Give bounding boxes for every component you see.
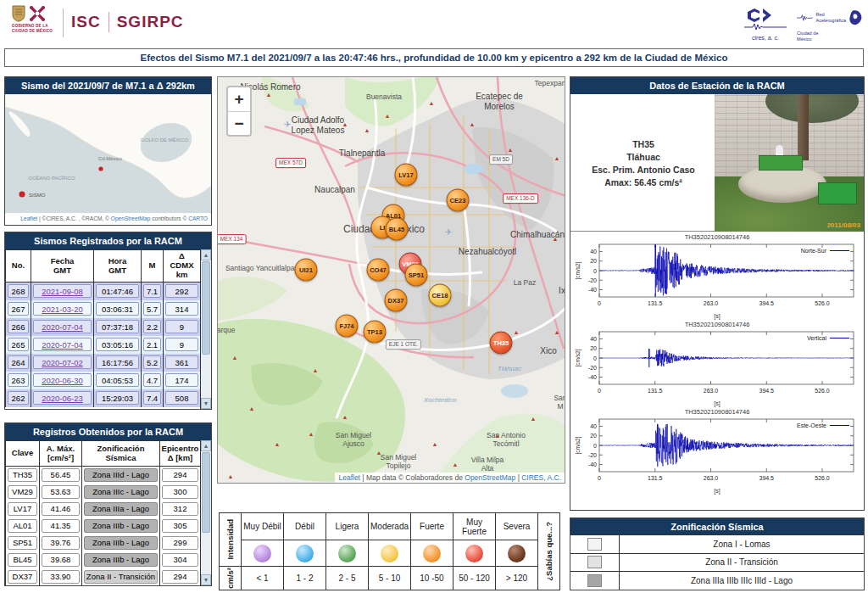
quake-date-link[interactable]: 2020-06-30 — [42, 376, 83, 385]
zoom-in-button[interactable]: + — [228, 87, 250, 111]
photo-timestamp: 2011/08/03 — [826, 221, 860, 229]
attribution-link[interactable]: OpenStreetMap — [465, 473, 515, 482]
attribution-link[interactable]: CIRES, A.C. — [521, 473, 561, 482]
attribution-link[interactable]: OpenStreetMap — [111, 215, 151, 221]
x-axis-label: [s] — [574, 400, 860, 408]
quake-cell: 5.7 — [143, 302, 161, 316]
record-zone-cell: Zona IIIb - Lago — [84, 519, 158, 533]
photo-equipment-box — [818, 182, 857, 204]
record-cell: 56.45 — [42, 468, 80, 482]
station-amax: Amax: 56.45 cm/s² — [604, 177, 682, 187]
record-cell: DX37 — [8, 570, 37, 584]
station-panel-title: Datos de Estación de la RACM — [570, 77, 864, 94]
quake-date-link[interactable]: 2020-07-02 — [42, 358, 83, 367]
quake-cell: 2020-06-30 — [33, 373, 92, 387]
quake-row: 2632020-06-3004:05:534.7174 — [6, 372, 201, 389]
epicenter-dot — [98, 166, 103, 171]
attribution-link[interactable]: Leaflet — [20, 215, 37, 221]
quake-cell: 4.7 — [143, 373, 161, 387]
svg-text:526.0: 526.0 — [815, 300, 830, 306]
sismo-legend-label: SISMO — [29, 193, 46, 198]
quake-row: 2662020-07-0407:37:182.29 — [6, 318, 201, 336]
quakes-table-title: Sismos Registrados por la RACM — [5, 232, 211, 249]
record-cell: 294 — [162, 570, 198, 584]
seismograms: TH35202109080147460131.5263.0394.5526.0-… — [570, 232, 864, 497]
col-delta: Δ CDMX km — [164, 250, 201, 283]
sabias-que-link[interactable]: ¿Sabías que...? — [544, 522, 554, 581]
record-row: BL4539.68Zona IIIb - Lago304 — [6, 551, 201, 568]
station-marker-UI21[interactable]: UI21 — [295, 259, 318, 282]
scroll-up-icon[interactable]: ▲ — [201, 249, 211, 260]
station-marker-LV17[interactable]: LV17 — [395, 164, 418, 187]
zoning-row: Zona II - Transición — [570, 553, 864, 572]
svg-text:0: 0 — [593, 268, 597, 274]
seismogram-chart-Norte-Sur: 0131.5263.0394.5526.0-40-2002040[cm/s2]N… — [574, 242, 860, 310]
cdmx-label: Cd.México — [98, 156, 123, 161]
record-cell: 312 — [162, 502, 198, 516]
scroll-up-icon[interactable]: ▲ — [201, 440, 211, 451]
quakes-scrollbar[interactable]: ▲ ▼ — [200, 249, 211, 409]
station-marker-DX37[interactable]: DX37 — [385, 289, 408, 312]
quake-row: 2672021-03-2003:06:315.7314 — [6, 300, 201, 318]
record-cell: TH35 — [8, 468, 37, 482]
attribution-link[interactable]: CARTO — [188, 215, 208, 221]
legend-label: Norte-Sur — [801, 248, 827, 254]
col-m: M — [142, 250, 164, 283]
intensity-ball-icon — [508, 545, 526, 562]
station-marker-FJ74[interactable]: FJ74 — [336, 315, 359, 338]
gulf-label: GOLFO DE MÉXICO — [141, 137, 189, 143]
svg-text:131.5: 131.5 — [648, 300, 663, 306]
station-marker-CE23[interactable]: CE23 — [447, 189, 470, 212]
svg-text:0: 0 — [598, 300, 601, 306]
scroll-thumb[interactable] — [202, 261, 210, 355]
intensity-label: Débil — [284, 513, 326, 540]
records-table-title: Registros Obtenidos por la RACM — [5, 423, 211, 440]
svg-text:40: 40 — [590, 249, 597, 255]
station-marker-BL45[interactable]: BL45 — [386, 218, 409, 241]
svg-text:526.0: 526.0 — [815, 388, 830, 394]
station-marker-TH35[interactable]: TH35 — [490, 332, 513, 355]
zoom-out-button[interactable]: − — [228, 111, 250, 135]
records-scrollbar[interactable]: ▲ ▼ — [200, 440, 211, 585]
seismogram-chart-Vertical: 0131.5263.0394.5526.0-40-2002040[cm/s2]V… — [574, 329, 860, 397]
record-cell: 39.76 — [42, 536, 80, 550]
attribution-link[interactable]: Leaflet — [338, 473, 360, 482]
epicenter-map-title: Sismo del 2021/09/7 de M7.1 a Δ 292km — [5, 77, 211, 94]
intensity-range: < 1 — [242, 567, 284, 590]
scroll-down-icon[interactable]: ▼ — [201, 398, 211, 409]
quake-date-link[interactable]: 2020-07-04 — [42, 322, 83, 332]
epicenter-map[interactable]: GOLFO DE MÉXICO Cd.México OCÉANO PACÍFIC… — [5, 94, 211, 214]
zoning-row: Zona IIIa IIIb IIIc IIId - Lago — [570, 571, 864, 590]
scroll-thumb[interactable] — [202, 452, 210, 533]
svg-text:20: 20 — [590, 433, 597, 439]
records-table-panel: Registros Obtenidos por la RACM Clave A.… — [4, 422, 212, 586]
quakes-table-panel: Sismos Registrados por la RACM No. Fecha… — [4, 232, 212, 410]
quake-row: 2622020-06-2315:29:037.4508 — [6, 389, 201, 407]
quake-date-link[interactable]: 2021-09-08 — [42, 287, 83, 296]
quake-cell: 2021-03-20 — [33, 302, 92, 316]
quake-cell: 174 — [165, 373, 198, 387]
record-row: VM2953.63Zona IIIc - Lago300 — [6, 484, 201, 501]
station-marker-SP51[interactable]: SP51 — [405, 264, 428, 287]
quake-date-link[interactable]: 2021-03-20 — [42, 305, 83, 314]
zone-swatch — [587, 574, 602, 587]
event-banner-text: Efectos del Sismo M7.1 del 2021/09/7 a l… — [141, 53, 728, 63]
svg-text:394.5: 394.5 — [759, 388, 774, 394]
sismo-legend-dot — [19, 191, 25, 197]
station-marker-CO47[interactable]: CO47 — [367, 259, 390, 282]
record-zone-cell: Zona IIIa - Lago — [84, 502, 158, 516]
gobierno-cdmx-logo: GOBIERNO DE LA CIUDAD DE MÉXICO — [12, 5, 56, 42]
quake-date-link[interactable]: 2020-06-23 — [42, 394, 83, 403]
station-marker-TP13[interactable]: TP13 — [364, 321, 387, 344]
svg-text:40: 40 — [590, 423, 597, 429]
record-cell: 304 — [162, 553, 198, 567]
map-canvas — [218, 77, 565, 484]
zone-label: Zona II - Transición — [620, 554, 864, 572]
station-marker-CE18[interactable]: CE18 — [429, 284, 452, 307]
scroll-down-icon[interactable]: ▼ — [201, 574, 211, 585]
quake-date-link[interactable]: 2020-07-04 — [42, 340, 83, 350]
legend-label: Vertical — [807, 335, 826, 341]
stations-map[interactable]: Nicolás RomeroBuenavistaEcatepec de More… — [217, 76, 565, 484]
quake-cell: 2.1 — [143, 338, 161, 351]
top-header: GOBIERNO DE LA CIUDAD DE MÉXICO ISC SGIR… — [0, 0, 868, 47]
